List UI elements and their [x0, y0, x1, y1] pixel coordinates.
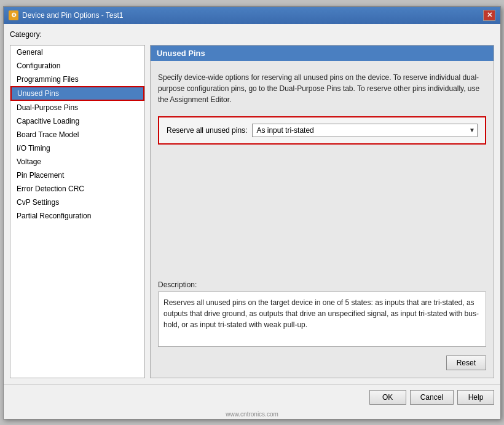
help-button[interactable]: Help — [457, 390, 494, 405]
sidebar-item-configuration[interactable]: Configuration — [10, 59, 144, 73]
content-description: Specify device-wide options for reservin… — [158, 67, 486, 110]
sidebar-item-pin-placement[interactable]: Pin Placement — [10, 169, 144, 182]
sidebar-item-voltage[interactable]: Voltage — [10, 155, 144, 169]
watermark: www.cntronics.com — [4, 410, 500, 419]
sidebar-item-programming-files[interactable]: Programming Files — [10, 73, 144, 86]
sidebar-item-cvp-settings[interactable]: CvP Settings — [10, 196, 144, 209]
content-header: Unused Pins — [151, 46, 494, 61]
sidebar-item-general[interactable]: General — [10, 46, 144, 59]
spacer — [158, 151, 486, 274]
category-label: Category: — [10, 30, 494, 39]
window-icon: ⚙ — [9, 10, 18, 20]
content-area: Unused Pins Specify device-wide options … — [150, 45, 494, 378]
sidebar-item-io-timing[interactable]: I/O Timing — [10, 141, 144, 155]
cancel-button[interactable]: Cancel — [410, 390, 454, 405]
close-button[interactable]: ✕ — [483, 10, 495, 21]
reserve-label: Reserve all unused pins: — [167, 126, 247, 135]
title-bar: ⚙ Device and Pin Options - Test1 ✕ — [4, 7, 500, 24]
ok-button[interactable]: OK — [369, 390, 406, 405]
reset-button[interactable]: Reset — [446, 355, 486, 370]
main-content: GeneralConfigurationProgramming FilesUnu… — [10, 45, 494, 378]
description-section: Description: Reserves all unused pins on… — [158, 280, 486, 347]
description-section-label: Description: — [158, 280, 486, 289]
sidebar-item-partial-reconfiguration[interactable]: Partial Reconfiguration — [10, 209, 144, 223]
sidebar-item-error-detection-crc[interactable]: Error Detection CRC — [10, 182, 144, 196]
description-box: Reserves all unused pins on the target d… — [158, 292, 486, 347]
sidebar: GeneralConfigurationProgramming FilesUnu… — [10, 45, 145, 378]
sidebar-item-unused-pins[interactable]: Unused Pins — [10, 86, 144, 101]
reset-row: Reset — [158, 353, 486, 370]
sidebar-item-dual-purpose-pins[interactable]: Dual-Purpose Pins — [10, 101, 144, 114]
select-wrapper: As input tri-statedAs output driving gro… — [252, 124, 478, 137]
title-bar-left: ⚙ Device and Pin Options - Test1 — [9, 10, 124, 20]
sidebar-item-capacitive-loading[interactable]: Capacitive Loading — [10, 114, 144, 128]
bottom-bar: OK Cancel Help — [4, 384, 500, 410]
reserve-select[interactable]: As input tri-statedAs output driving gro… — [252, 124, 478, 137]
sidebar-item-board-trace-model[interactable]: Board Trace Model — [10, 128, 144, 141]
title-controls: ✕ — [483, 10, 495, 21]
reserve-box: Reserve all unused pins: As input tri-st… — [158, 116, 486, 145]
dialog-body: Category: GeneralConfigurationProgrammin… — [4, 24, 500, 384]
window-title: Device and Pin Options - Test1 — [22, 11, 124, 20]
main-window: ⚙ Device and Pin Options - Test1 ✕ Categ… — [3, 6, 501, 419]
